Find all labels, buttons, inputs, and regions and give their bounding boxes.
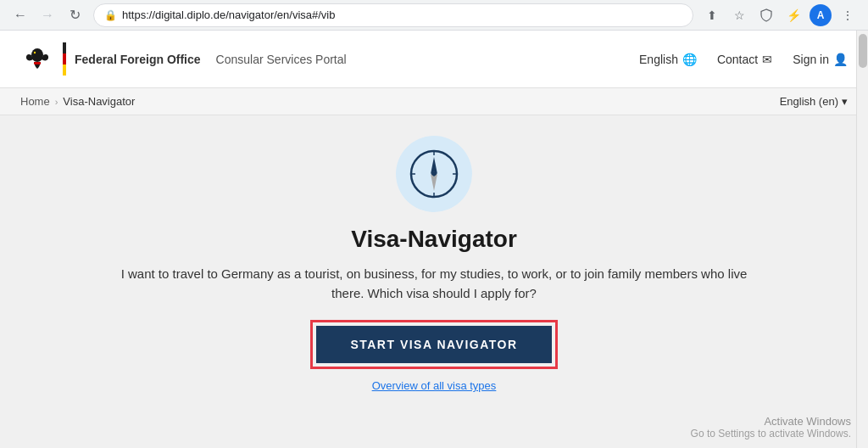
main-content: Visa-Navigator I want to travel to Germa…: [0, 115, 868, 445]
globe-icon: 🌐: [682, 53, 697, 66]
flag-gold: [63, 64, 66, 76]
site-header: Federal Foreign Office Consular Services…: [0, 31, 868, 88]
breadcrumb-bar: Home › Visa-Navigator English (en) ▾: [0, 88, 868, 115]
profile-avatar[interactable]: A: [810, 4, 832, 26]
nav-buttons: ← → ↻: [8, 3, 86, 27]
menu-icon[interactable]: ⋮: [836, 3, 860, 27]
language-selector[interactable]: English (en) ▾: [780, 95, 848, 108]
language-nav-item[interactable]: English 🌐: [639, 53, 697, 66]
contact-label: Contact: [717, 53, 758, 66]
site-logo: Federal Foreign Office Consular Services…: [20, 42, 347, 76]
lock-icon: 🔒: [104, 9, 117, 21]
language-label: English: [639, 53, 678, 66]
bookmark-icon[interactable]: ☆: [727, 3, 751, 27]
person-icon: 👤: [833, 53, 848, 66]
share-icon[interactable]: ⬆: [700, 3, 724, 27]
url-text: https://digital.diplo.de/navigator/en/vi…: [122, 8, 336, 21]
breadcrumb-home[interactable]: Home: [20, 95, 50, 108]
compass-container: [396, 136, 472, 212]
chevron-down-icon: ▾: [842, 95, 848, 108]
shield-icon[interactable]: [754, 3, 778, 27]
flag-bar: [63, 42, 66, 76]
start-visa-navigator-button[interactable]: START VISA NAVIGATOR: [316, 326, 551, 363]
lang-selector-label: English (en): [780, 95, 838, 108]
refresh-button[interactable]: ↻: [63, 3, 86, 27]
breadcrumb-separator: ›: [55, 97, 58, 107]
flag-red: [63, 53, 66, 64]
forward-button[interactable]: →: [36, 3, 59, 27]
scrollbar[interactable]: [856, 31, 868, 448]
header-nav: English 🌐 Contact ✉ Sign in 👤: [639, 53, 848, 66]
signin-nav-item[interactable]: Sign in 👤: [793, 53, 848, 66]
svg-point-0: [31, 48, 43, 62]
svg-point-1: [34, 51, 36, 53]
compass-icon: [409, 148, 459, 199]
svg-rect-2: [34, 62, 41, 64]
breadcrumb: Home › Visa-Navigator: [20, 95, 135, 108]
contact-nav-item[interactable]: Contact ✉: [717, 53, 772, 66]
signin-label: Sign in: [793, 53, 829, 66]
overview-link[interactable]: Overview of all visa types: [372, 379, 497, 392]
org-name: Federal Foreign Office: [75, 53, 201, 66]
page-description: I want to travel to Germany as a tourist…: [112, 265, 756, 303]
extensions-icon[interactable]: ⚡: [782, 3, 805, 27]
svg-marker-6: [431, 174, 437, 191]
flag-black: [63, 42, 66, 53]
back-button[interactable]: ←: [8, 3, 32, 27]
eagle-logo: [20, 42, 54, 76]
browser-actions: ⬆ ☆ ⚡ A ⋮: [700, 3, 860, 27]
page-title: Visa-Navigator: [351, 226, 517, 253]
start-button-wrapper: START VISA NAVIGATOR: [310, 320, 557, 369]
scrollbar-thumb[interactable]: [859, 34, 867, 68]
browser-chrome: ← → ↻ 🔒 https://digital.diplo.de/navigat…: [0, 0, 868, 31]
mail-icon: ✉: [762, 53, 772, 66]
profile-menu-icon[interactable]: A: [809, 3, 832, 27]
address-bar[interactable]: 🔒 https://digital.diplo.de/navigator/en/…: [93, 3, 693, 27]
breadcrumb-current: Visa-Navigator: [63, 95, 135, 108]
portal-name: Consular Services Portal: [216, 53, 347, 66]
svg-marker-5: [431, 157, 437, 174]
